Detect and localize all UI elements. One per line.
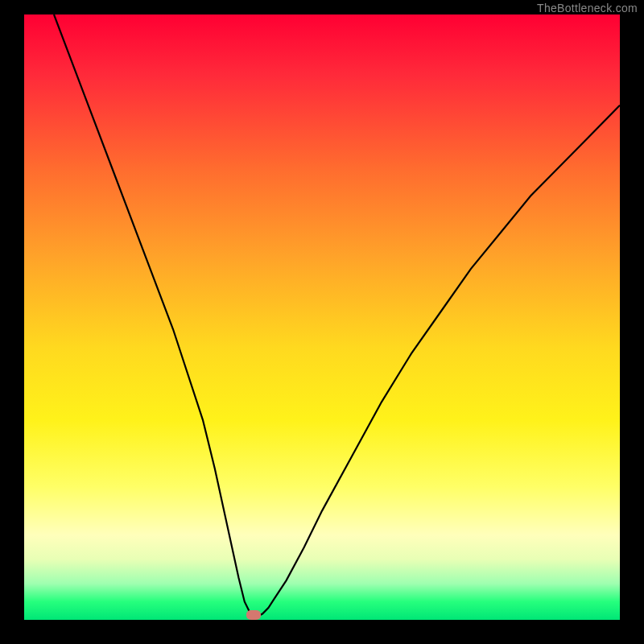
plot-area <box>24 14 620 620</box>
watermark: TheBottleneck.com <box>537 2 638 14</box>
min-marker <box>246 610 261 620</box>
gradient-background <box>24 14 620 620</box>
chart-frame: TheBottleneck.com <box>0 0 644 644</box>
